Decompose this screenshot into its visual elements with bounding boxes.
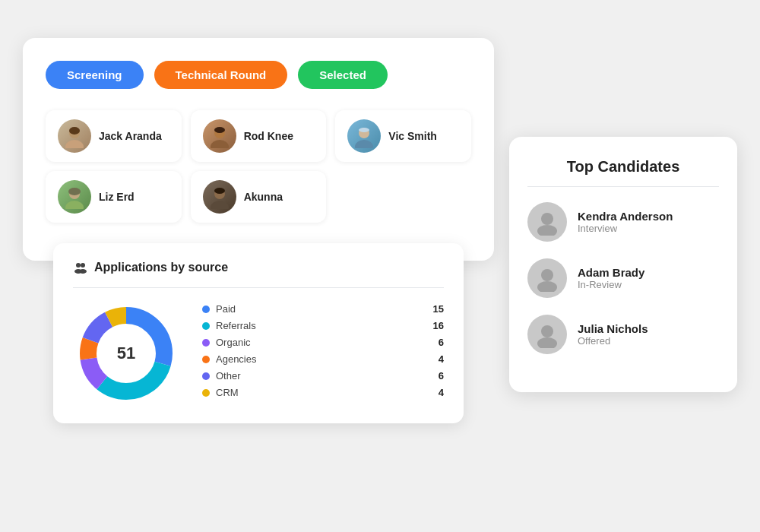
screening-button[interactable]: Screening [46,61,144,89]
legend-item-crm: CRM 4 [202,387,444,398]
candidate-name-jack: Jack Aranda [99,130,162,142]
avatar-jack [58,119,91,153]
chart-body: 51 Paid 15 Referrals 16 Organic 6 Agenci… [73,300,444,407]
top-candidate-julia[interactable]: Julia Nichols Offered [527,315,719,354]
legend-dot-crm [202,389,210,397]
legend-item-agencies: Agencies 4 [202,353,444,365]
svg-point-16 [81,263,85,268]
svg-point-27 [541,269,553,281]
candidate-card-liz[interactable]: Liz Erd [46,171,182,223]
svg-point-29 [541,325,553,337]
candidate-card-jack[interactable]: Jack Aranda [46,110,182,162]
person-icon-julia [534,321,561,348]
top-candidates-divider [527,186,719,187]
svg-point-4 [211,140,229,148]
candidate-name-adam: Adam Brady [578,266,644,279]
avatar-liz [58,180,91,214]
chart-divider [73,287,444,288]
top-candidate-adam[interactable]: Adam Brady In-Review [527,258,719,298]
avatar-julia [527,315,567,354]
candidate-name-akunna: Akunna [244,191,283,203]
donut-total: 51 [117,344,135,363]
svg-point-30 [537,337,557,348]
svg-point-18 [79,269,87,274]
avatar-adam [527,258,567,298]
chart-legend: Paid 15 Referrals 16 Organic 6 Agencies … [202,303,444,404]
candidates-grid: Jack Aranda Rod Knee Vic Smith [46,110,471,223]
svg-point-2 [69,127,80,135]
top-candidates-title: Top Candidates [527,158,719,176]
legend-item-referrals: Referrals 16 [202,320,444,331]
legend-dot-referrals [202,322,210,330]
svg-point-8 [359,128,369,132]
svg-point-5 [214,127,225,133]
legend-dot-other [202,372,210,380]
svg-point-25 [541,213,553,225]
candidate-card-vic[interactable]: Vic Smith [335,110,471,162]
legend-dot-paid [202,306,210,313]
avatar-vic [347,119,381,153]
svg-point-11 [68,188,81,195]
candidate-card-rod[interactable]: Rod Knee [191,110,327,162]
technical-round-button[interactable]: Technical Round [154,61,288,89]
avatar-rod [203,119,236,153]
candidate-name-rod: Rod Knee [244,130,293,142]
svg-point-14 [214,188,225,194]
top-candidate-kendra[interactable]: Kendra Anderson Interview [527,202,719,242]
candidate-status-kendra: Interview [578,223,673,234]
svg-point-28 [537,281,557,292]
legend-item-organic: Organic 6 [202,337,444,348]
person-icon-adam [534,264,561,292]
svg-point-1 [65,140,84,148]
candidate-name-julia: Julia Nichols [578,322,648,335]
selected-button[interactable]: Selected [298,61,388,89]
svg-point-7 [355,140,373,148]
candidate-card-akunna[interactable]: Akunna [191,171,327,223]
avatar-kendra [527,202,567,242]
legend-item-other: Other 6 [202,370,444,382]
people-icon [73,260,88,275]
candidate-info-adam: Adam Brady In-Review [578,266,644,290]
legend-dot-organic [202,339,210,347]
chart-title: Applications by source [73,260,444,275]
candidate-status-julia: Offered [578,335,648,347]
legend-dot-agencies [202,356,210,363]
svg-point-13 [211,201,229,209]
svg-point-15 [76,263,81,268]
main-card: Screening Technical Round Selected Jack … [23,38,494,261]
candidate-name-liz: Liz Erd [99,191,135,203]
stage-buttons: Screening Technical Round Selected [46,61,471,89]
chart-card: Applications by source 51 [53,243,464,423]
candidate-name-vic: Vic Smith [388,130,437,142]
legend-item-paid: Paid 15 [202,303,444,315]
candidate-status-adam: In-Review [578,279,644,290]
donut-chart: 51 [73,300,179,407]
candidate-name-kendra: Kendra Anderson [578,210,673,223]
person-icon-kendra [534,208,561,236]
avatar-akunna [203,180,236,214]
candidate-info-kendra: Kendra Anderson Interview [578,210,673,234]
svg-point-26 [537,225,557,236]
top-candidates-card: Top Candidates Kendra Anderson Interview… [509,137,737,392]
svg-point-10 [65,201,84,209]
candidate-info-julia: Julia Nichols Offered [578,322,648,347]
